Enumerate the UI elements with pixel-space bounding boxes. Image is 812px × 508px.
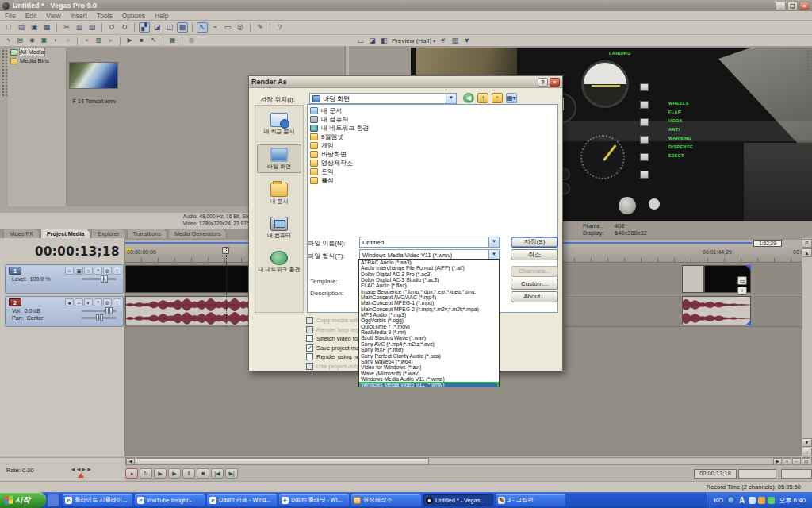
scrub-control[interactable]: ◄◄►► bbox=[70, 466, 92, 473]
place-item[interactable]: 내 최근 문서 bbox=[257, 110, 301, 137]
video-track-header[interactable]: 1 ≈▣○*⊘! Level: 100.0 % bbox=[5, 264, 124, 294]
file-name-combobox[interactable]: Untitled ▼ bbox=[359, 237, 500, 248]
mute-icon[interactable]: ! bbox=[113, 298, 121, 306]
taskbar-item[interactable]: eDaum 플래닛 - Wi... bbox=[279, 494, 349, 506]
up-one-level-icon[interactable]: ↑ bbox=[477, 93, 488, 103]
capture-video-icon[interactable]: ◉ bbox=[27, 36, 37, 45]
overlay-grid-icon[interactable]: # bbox=[438, 36, 448, 45]
media-manager-icon[interactable]: ϟ bbox=[3, 36, 13, 45]
format-option[interactable]: Sony Wave64 (*.w64) bbox=[359, 359, 499, 364]
loop-playback-button[interactable]: ↻ bbox=[140, 468, 152, 479]
taskbar-item[interactable]: ●Untitled * - Vegas... bbox=[423, 494, 493, 506]
event-fx-icon[interactable]: + bbox=[737, 287, 747, 295]
menu-insert[interactable]: Insert bbox=[71, 12, 87, 20]
motion-blur-icon[interactable]: ○ bbox=[84, 267, 93, 275]
copy-snapshot-icon[interactable]: ▥ bbox=[450, 36, 460, 45]
remove-media-icon[interactable]: × bbox=[82, 36, 92, 45]
invert-phase-icon[interactable]: ◐ bbox=[84, 298, 93, 306]
solo-icon[interactable]: ⊘ bbox=[103, 267, 112, 275]
stop-preview-icon[interactable]: ■ bbox=[136, 36, 147, 45]
format-option[interactable]: Image Sequence (*.bmp;*.dpx;*.exr;*.jpeg… bbox=[359, 289, 499, 294]
zoom-media-icon[interactable]: ◎ bbox=[186, 36, 197, 45]
format-option[interactable]: ATRAC Audio (*.aa3) bbox=[359, 260, 499, 265]
place-item[interactable]: 내 네트워크 환경 bbox=[257, 248, 301, 275]
checkbox-icon[interactable] bbox=[306, 353, 313, 360]
menu-tools[interactable]: Tools bbox=[97, 12, 113, 20]
auto-ripple-icon[interactable]: ◪ bbox=[151, 22, 163, 33]
track-number[interactable]: 2 bbox=[9, 298, 21, 306]
timecode-box-2[interactable] bbox=[738, 469, 776, 479]
저장s-button[interactable]: 저장(S) bbox=[511, 237, 558, 248]
tray-vaccine-icon[interactable] bbox=[768, 497, 775, 504]
tray-security-icon[interactable] bbox=[749, 497, 756, 504]
auto-preview-icon[interactable]: ▹ bbox=[105, 36, 116, 45]
search-media-icon[interactable]: ○ bbox=[63, 36, 73, 45]
project-properties-icon[interactable]: ▦ bbox=[41, 22, 52, 33]
get-media-web-icon[interactable]: ◐ bbox=[51, 36, 61, 45]
timecode-box-3[interactable] bbox=[781, 469, 812, 479]
back-icon[interactable]: ◀ bbox=[463, 93, 474, 103]
track-number[interactable]: 1 bbox=[9, 267, 21, 275]
start-button[interactable]: 시작 bbox=[0, 492, 46, 508]
import-media-icon[interactable]: ▤ bbox=[15, 36, 25, 45]
tab-project-media[interactable]: Project Media bbox=[40, 229, 90, 238]
scroll-down-button[interactable]: ▼ bbox=[802, 438, 812, 447]
volume-slider[interactable] bbox=[82, 310, 117, 312]
transport-timecode[interactable]: 00:00:13;18 bbox=[694, 469, 737, 479]
help-button[interactable]: ? bbox=[538, 78, 548, 87]
취소-button[interactable]: 취소 bbox=[511, 249, 558, 260]
undo-icon[interactable]: ↺ bbox=[106, 22, 117, 33]
play-from-start-button[interactable]: ▶ bbox=[154, 468, 167, 479]
media-properties-icon[interactable]: ▥ bbox=[94, 36, 104, 45]
save-in-combobox[interactable]: 바탕 화면 ▼ bbox=[309, 93, 457, 104]
format-option[interactable]: Sony Perfect Clarity Audio (*.pca) bbox=[359, 353, 499, 359]
taskbar-item[interactable]: e플라이트 시뮬레이... bbox=[63, 494, 132, 506]
audio-event[interactable] bbox=[682, 296, 751, 325]
format-option[interactable]: Sony AVC (*.mp4;*.m2ts;*.avc) bbox=[359, 341, 499, 347]
solo-icon[interactable]: ⊘ bbox=[103, 298, 112, 306]
taskbar-item[interactable]: 영상제작소 bbox=[351, 494, 421, 506]
clock[interactable]: 오후 6:40 bbox=[779, 496, 806, 505]
ime-language-indicator[interactable]: KO bbox=[714, 497, 723, 504]
restore-button[interactable]: ❏ bbox=[787, 2, 798, 10]
stop-button[interactable]: ■ bbox=[197, 468, 209, 479]
loop-end-marker[interactable]: 1:52;29 bbox=[753, 240, 782, 247]
new-project-icon[interactable]: □ bbox=[3, 22, 14, 33]
enable-snapping-icon[interactable]: ▞ bbox=[139, 22, 150, 33]
taskbar-item[interactable]: eYouTube Insight -... bbox=[135, 494, 205, 506]
close-button[interactable]: × bbox=[799, 2, 810, 10]
ignore-grouping-icon[interactable]: ▩ bbox=[177, 22, 188, 33]
timeline-vertical-scrollbar[interactable] bbox=[802, 238, 812, 456]
edit-details-button[interactable]: P bbox=[802, 239, 812, 248]
place-item[interactable]: 내 컴퓨터 bbox=[257, 214, 301, 241]
media-tree-item[interactable]: Media Bins bbox=[8, 56, 66, 65]
media-tree-item[interactable]: All Media bbox=[8, 48, 66, 56]
cursor-timecode-display[interactable]: 00:00:13;18 bbox=[35, 244, 120, 259]
scrollbar-thumb[interactable] bbox=[136, 458, 429, 464]
ime-mode-indicator[interactable]: A bbox=[739, 496, 745, 505]
file-list-item[interactable]: 게임 bbox=[310, 141, 557, 150]
file-list-item[interactable]: 내 문서 bbox=[310, 106, 557, 115]
format-option[interactable]: Scott Studios Wave (*.wav) bbox=[359, 335, 499, 341]
checkbox-checked-icon[interactable]: ✓ bbox=[306, 344, 313, 352]
chevron-down-icon[interactable]: ▼ bbox=[446, 94, 456, 103]
arm-record-icon[interactable]: ● bbox=[65, 298, 74, 306]
lock-envelopes-icon[interactable]: ◫ bbox=[164, 22, 175, 33]
views-menu-icon[interactable]: ▦▾ bbox=[506, 93, 517, 103]
format-option[interactable]: Audio Interchange File Format (AIFF) (*.… bbox=[359, 265, 499, 271]
pan-slider[interactable] bbox=[82, 317, 117, 319]
redo-icon[interactable]: ↻ bbox=[119, 22, 130, 33]
video-output-icon[interactable]: ▭ bbox=[355, 36, 366, 45]
split-screen-view-icon[interactable]: ◧ bbox=[379, 36, 389, 45]
menu-edit[interactable]: Edit bbox=[25, 12, 37, 20]
minimize-button[interactable]: _ bbox=[776, 2, 786, 10]
zoom-out-time-button[interactable]: − bbox=[792, 458, 801, 464]
level-slider[interactable] bbox=[82, 278, 117, 280]
format-option[interactable]: RealMedia 9 (*.rm) bbox=[359, 329, 499, 335]
format-option[interactable]: Dolby Digital AC-3 Pro (*.ac3) bbox=[359, 271, 499, 277]
file-list-item[interactable]: 영상제작소 bbox=[310, 159, 557, 167]
timeline-horizontal-scrollbar[interactable]: ◀ ▶+−◎ bbox=[125, 457, 812, 465]
file-list-item[interactable]: 내 컴퓨터 bbox=[310, 115, 557, 124]
tab-explorer[interactable]: Explorer bbox=[91, 229, 125, 238]
event-edge-marker[interactable] bbox=[745, 265, 751, 271]
